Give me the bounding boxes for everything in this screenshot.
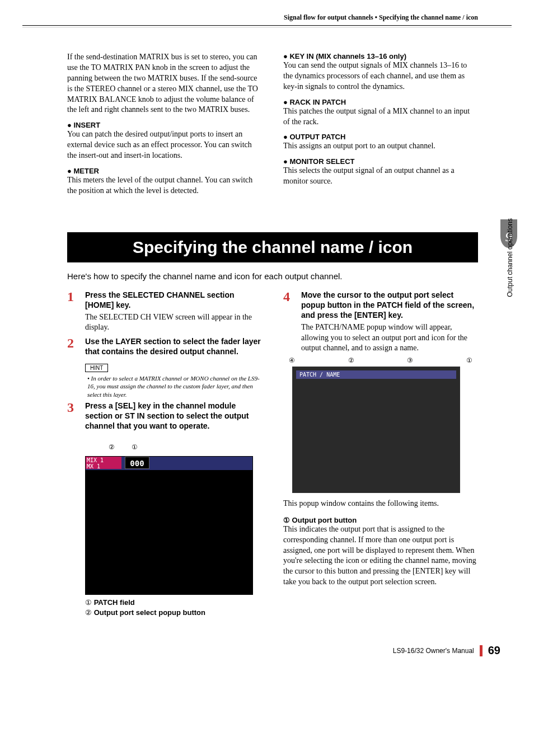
step-title: Use the LAYER section to select the fade… [85, 336, 262, 356]
fig2-window-title: PATCH / NAME [296, 370, 456, 379]
heading-monitor: MONITOR SELECT [283, 157, 478, 166]
heading-insert: INSERT [67, 121, 262, 129]
hint-box: HINT • In order to select a MATRIX chann… [85, 363, 262, 398]
fig1-caption-2: ② Output port select popup button [85, 608, 262, 617]
hint-label: HINT [85, 364, 108, 372]
step-2: 2 Use the LAYER section to select the fa… [67, 336, 262, 356]
footer: LS9-16/32 Owner's Manual 69 [0, 618, 534, 674]
fig1-callouts: ② ① [109, 443, 262, 452]
page-accent [480, 645, 483, 656]
fig2-callout-2: ② [348, 356, 354, 365]
fig2-callouts: ④ ② ③ ① [283, 356, 478, 365]
fig1-channel-badge: MIX 1MX 1 [86, 457, 121, 469]
hint-text: • In order to select a MATRIX channel or… [85, 374, 262, 398]
figure-patch-name-popup: PATCH / NAME [292, 367, 460, 493]
figure-selected-ch-view: MIX 1MX 1 000 [85, 456, 253, 595]
heading-rack: RACK IN PATCH [283, 98, 478, 106]
step-num: 2 [67, 336, 78, 356]
steps-columns: 1 Press the SELECTED CHANNEL section [HO… [67, 290, 478, 619]
section-banner: Specifying the channel name / icon [67, 232, 478, 262]
intro-text: Here's how to specify the channel name a… [67, 271, 478, 281]
hint-text-inner: In order to select a MATRIX channel or M… [87, 375, 260, 398]
upper-columns: If the send-destination MATRIX bus is se… [67, 52, 478, 200]
step-3: 3 Press a [SEL] key in the channel modul… [67, 401, 262, 431]
running-head: Signal flow for output channels • Specif… [22, 0, 512, 26]
step-text: The PATCH/NAME popup window will appear,… [301, 322, 478, 353]
para-matrix: If the send-destination MATRIX bus is se… [67, 52, 262, 115]
para-monitor: This selects the output signal of an out… [283, 166, 478, 187]
para-meter: This meters the level of the output chan… [67, 175, 262, 196]
fig2-after-text: This popup window contains the following… [283, 499, 478, 509]
step-text: The SELECTED CH VIEW screen will appear … [85, 312, 262, 332]
para-insert: You can patch the desired output/input p… [67, 129, 262, 161]
footer-manual: LS9-16/32 Owner's Manual [393, 647, 474, 655]
page-number: 69 [488, 644, 500, 657]
fig1-counter: 000 [125, 457, 149, 469]
heading-output: OUTPUT PATCH [283, 133, 478, 141]
step-title: Press a [SEL] key in the channel module … [85, 401, 262, 431]
output-port-button-heading: ① Output port button [283, 516, 478, 524]
step-title: Press the SELECTED CHANNEL section [HOME… [85, 290, 262, 310]
para-rack: This patches the output signal of a MIX … [283, 106, 478, 128]
fig1-caption-1: ① PATCH field [85, 598, 262, 607]
step-4: 4 Move the cursor to the output port sel… [283, 290, 478, 353]
fig1-callout-2: ② [109, 443, 115, 451]
step-1: 1 Press the SELECTED CHANNEL section [HO… [67, 290, 262, 333]
thin-rule [22, 27, 512, 27]
step-num: 3 [67, 401, 78, 431]
heading-meter: METER [67, 167, 262, 175]
fig2-callout-1: ① [466, 356, 472, 365]
fig2-callout-4: ④ [289, 356, 295, 365]
step-title: Move the cursor to the output port selec… [301, 290, 478, 321]
para-keyin: You can send the output signals of MIX c… [283, 60, 478, 92]
step-num: 4 [283, 290, 294, 353]
output-port-button-para: This indicates the output port that is a… [283, 524, 478, 588]
fig2-callout-3: ③ [407, 356, 413, 365]
heading-keyin: KEY IN (MIX channels 13–16 only) [283, 52, 478, 60]
para-output: This assigns an output port to an output… [283, 141, 478, 152]
step-num: 1 [67, 290, 78, 333]
fig1-callout-1: ① [132, 443, 138, 451]
